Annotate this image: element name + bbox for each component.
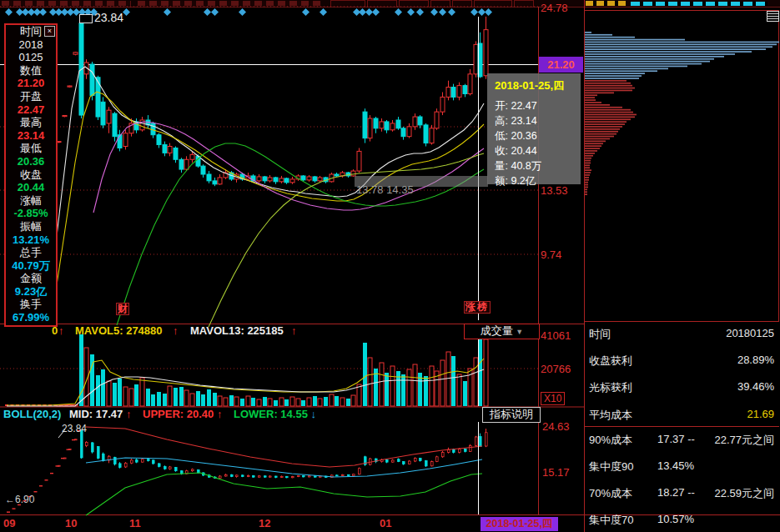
boll-candle — [476, 437, 478, 445]
volume-dash — [59, 404, 63, 406]
volume-bar — [296, 399, 300, 406]
volume-bar — [123, 387, 128, 406]
up-arrow-icon: ↑ — [291, 324, 297, 337]
candle — [424, 125, 428, 143]
profile-bar-blue — [585, 78, 639, 79]
ma-line-white — [55, 67, 484, 250]
panel-line: 22.47 — [6, 103, 56, 117]
volume-bar — [396, 371, 400, 406]
candle — [168, 147, 172, 153]
menu-button[interactable] — [452, 0, 472, 8]
boll-candle — [203, 473, 205, 475]
close-icon[interactable]: × — [44, 26, 55, 37]
volume-bar — [301, 400, 305, 406]
volume-bar — [68, 405, 72, 407]
menu-text-sliver — [2, 1, 131, 6]
volume-bar — [463, 381, 467, 406]
event-diamond-icon — [28, 8, 35, 16]
chevron-down-icon: ▼ — [516, 328, 523, 336]
profile-bar-red — [585, 160, 591, 162]
boll-candle — [325, 476, 328, 477]
boll-candle — [348, 474, 350, 475]
menu-button[interactable] — [514, 0, 534, 8]
profile-bar-red — [585, 138, 610, 140]
boll-candle — [392, 460, 395, 462]
volume-dash — [5, 404, 8, 406]
candle — [196, 156, 200, 166]
clipped-menu-bar[interactable] — [0, 0, 780, 8]
volume-bar — [440, 360, 445, 406]
profile-bar-red — [585, 131, 618, 133]
boll-dash — [7, 511, 10, 512]
panel-line: -2.85% — [6, 207, 56, 220]
rank-marker-zhangbang[interactable]: 涨榜 — [464, 301, 491, 314]
boll-candle — [315, 476, 317, 477]
tooltip-row: 量: 40.8万 — [495, 158, 581, 173]
volume-bar — [196, 391, 200, 406]
menu-button[interactable] — [330, 0, 365, 8]
volume-bar — [207, 389, 211, 406]
boll-start-annotation: ←6.90 — [5, 494, 34, 505]
candle — [79, 23, 83, 115]
boll-candle — [381, 459, 384, 461]
boll-candle — [153, 460, 155, 464]
export-icon[interactable] — [767, 11, 779, 22]
candle — [134, 122, 138, 130]
candle — [446, 88, 450, 98]
profile-bar-red — [585, 184, 588, 186]
menu-button[interactable] — [430, 0, 450, 8]
profile-bar-blue — [585, 56, 724, 58]
candle — [157, 135, 161, 145]
profile-bar-blue — [585, 68, 668, 70]
volume-bar — [179, 387, 184, 406]
volume-bar — [368, 358, 372, 406]
volume-bar — [279, 398, 284, 406]
candle — [380, 122, 384, 128]
price-axis-label: 9.74 — [541, 248, 561, 261]
profile-bar-blue — [585, 32, 591, 33]
volume-header: 0 ↑ MAVOL5: 274880 ↑ MAVOL13: 225185 ↑ — [0, 324, 538, 338]
candle — [213, 181, 217, 184]
up-arrow-icon: ↑ — [126, 408, 132, 420]
profile-bar-red — [585, 112, 633, 113]
candle — [313, 177, 317, 181]
boll-candle — [181, 471, 184, 474]
candle — [140, 120, 144, 130]
boll-dash — [56, 465, 59, 466]
volume-dash — [65, 404, 68, 406]
profile-bar-blue — [585, 51, 752, 53]
indicator-dropdown[interactable]: 成交量 ▼ — [464, 324, 540, 339]
month-label: 11 — [129, 517, 141, 529]
event-diamond-icon — [55, 8, 63, 16]
candle — [307, 177, 311, 180]
boll-candle — [286, 476, 289, 477]
profile-bar-red — [585, 153, 595, 154]
profile-bar-blue — [585, 73, 645, 74]
profile-bar-red — [585, 123, 625, 125]
panel-line: 2018 — [6, 38, 56, 52]
ohlc-tooltip: 2018-01-25,四 开: 22.47高: 23.14低: 20.36收: … — [487, 73, 581, 184]
boll-candle — [453, 449, 455, 452]
volume-bar — [468, 369, 472, 406]
indicator-help-button[interactable]: 指标说明 — [482, 407, 541, 423]
stat-mid: 17.37 -- — [657, 433, 695, 445]
menu-button[interactable] — [367, 0, 397, 8]
boll-candle — [309, 476, 311, 477]
candle — [240, 174, 244, 179]
menu-button[interactable] — [474, 0, 512, 8]
boll-candle — [136, 459, 138, 462]
menu-button[interactable] — [399, 0, 429, 8]
candle — [385, 122, 389, 130]
volume-bar — [90, 354, 94, 406]
boll-candle — [465, 449, 467, 451]
candle — [418, 117, 422, 125]
panel-line: 20.44 — [6, 181, 56, 194]
boll-candle — [375, 459, 378, 461]
volume-bar — [174, 388, 178, 406]
profile-bar-red — [585, 191, 587, 193]
month-label: 09 — [3, 517, 15, 529]
news-marker-cai[interactable]: 财 — [116, 303, 129, 315]
profile-bar-red — [585, 189, 587, 191]
profile-bar-blue — [585, 58, 714, 60]
candle — [346, 173, 350, 176]
